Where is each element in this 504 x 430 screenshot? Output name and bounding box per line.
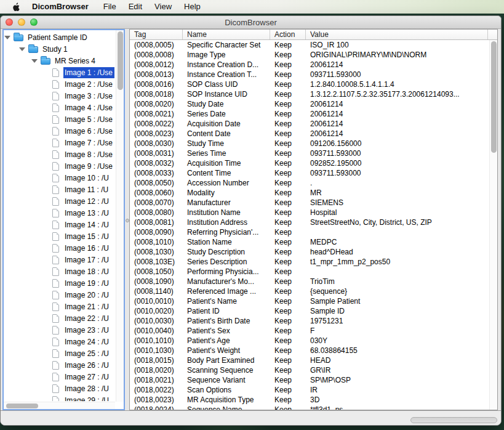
tree-item-image[interactable]: Image 7 : /Use <box>4 137 115 148</box>
table-row[interactable]: (0008,0030)Study TimeKeep091206.156000 <box>130 139 488 148</box>
tree-item-image[interactable]: Image 24 : /U <box>4 336 115 347</box>
tree-vertical-scrollbar[interactable] <box>116 30 124 402</box>
cell-value: 20061214 <box>306 119 488 129</box>
table-row[interactable]: (0008,0013)Instance Creation T...Keep093… <box>130 70 488 79</box>
window-titlebar[interactable]: DicomBrowser <box>1 16 501 29</box>
table-row[interactable]: (0010,0020)Patient IDKeepSample ID <box>130 306 488 316</box>
tree-item-image[interactable]: Image 28 : /U <box>4 383 115 394</box>
table-row[interactable]: (0008,0080)Institution NameKeepHospital <box>130 208 488 217</box>
menu-edit[interactable]: Edit <box>122 0 148 14</box>
tree-item-image[interactable]: Image 23 : /U <box>4 324 115 336</box>
cell-value: 093711.593000 <box>306 148 488 158</box>
tree-item-image[interactable]: Image 25 : /U <box>4 347 115 359</box>
tree-item-image[interactable]: Image 8 : /Use <box>4 148 115 160</box>
app-menu-dicombrowser[interactable]: DicomBrowser <box>26 0 97 14</box>
tree-horizontal-scrollbar-thumb[interactable] <box>6 404 38 408</box>
disclosure-triangle-icon[interactable] <box>19 47 25 51</box>
table-vertical-scrollbar[interactable] <box>489 40 497 410</box>
table-row[interactable]: (0008,0016)SOP Class UIDKeep1.2.840.1000… <box>130 79 488 89</box>
tree-item-image[interactable]: Image 18 : /U <box>4 266 115 277</box>
tree-item-image[interactable]: Image 1 : /Use <box>4 67 115 78</box>
table-row[interactable]: (0010,1010)Patient's AgeKeep030Y <box>130 336 488 346</box>
table-row[interactable]: (0008,1030)Study DescriptionKeephead^DHe… <box>130 247 488 257</box>
table-row[interactable]: (0008,0031)Series TimeKeep093711.593000 <box>130 148 488 158</box>
cell-tag: (0010,0010) <box>130 296 183 306</box>
table-row[interactable]: (0008,0008)Image TypeKeepORIGINAL\PRIMAR… <box>130 50 488 60</box>
tree-item-image[interactable]: Image 21 : /U <box>4 301 115 312</box>
split-pane-divider[interactable] <box>125 29 129 410</box>
table-row[interactable]: (0018,0022)Scan OptionsKeepIR <box>130 385 488 395</box>
table-row[interactable]: (0018,0020)Scanning SequenceKeepGR\IR <box>130 365 488 375</box>
table-row[interactable]: (0018,0023)MR Acquisition TypeKeep3D <box>130 395 488 405</box>
tree-item-image[interactable]: Image 27 : /U <box>4 371 115 383</box>
tree-item-image[interactable]: Image 14 : /U <box>4 219 115 230</box>
tree-item-image[interactable]: Image 6 : /Use <box>4 125 115 137</box>
table-row[interactable]: (0008,0018)SOP Instance UIDKeep1.3.12.2.… <box>130 89 488 99</box>
disclosure-triangle-icon[interactable] <box>4 36 10 39</box>
table-row[interactable]: (0010,1030)Patient's WeightKeep68.038864… <box>130 346 488 355</box>
tree-item-image[interactable]: Image 17 : /U <box>4 254 115 266</box>
tree-item-image[interactable]: Image 2 : /Use <box>4 78 115 90</box>
tree-item-image[interactable]: Image 4 : /Use <box>4 102 115 113</box>
table-row[interactable]: (0008,0005)Specific Character SetKeepISO… <box>130 40 488 50</box>
table-row[interactable]: (0008,0021)Series DateKeep20061214 <box>130 109 488 119</box>
table-row[interactable]: (0008,0070)ManufacturerKeepSIEMENS <box>130 198 488 208</box>
table-row[interactable]: (0008,1140)Referenced Image ...Keep{sequ… <box>130 286 488 296</box>
table-vertical-scrollbar-thumb[interactable] <box>491 41 497 153</box>
table-row[interactable]: (0018,0021)Sequence VariantKeepSP\MP\OSP <box>130 375 488 385</box>
tree-item-image[interactable]: Image 19 : /U <box>4 277 115 289</box>
tree-item-image[interactable]: Image 20 : /U <box>4 289 115 301</box>
tree-item-image[interactable]: Image 26 : /U <box>4 359 115 371</box>
tree-item-image[interactable]: Image 9 : /Use <box>4 160 115 172</box>
table-row[interactable]: (0010,0040)Patient's SexKeepF <box>130 326 488 336</box>
column-header-name[interactable]: Name <box>183 30 270 39</box>
table-row[interactable]: (0008,1050)Performing Physicia...Keep <box>130 267 488 277</box>
menu-file[interactable]: File <box>97 0 122 14</box>
table-row[interactable]: (0008,1010)Station NameKeepMEDPC <box>130 237 488 247</box>
disclosure-triangle-icon[interactable] <box>31 59 38 63</box>
table-row[interactable]: (0008,0060)ModalityKeepMR <box>130 188 488 198</box>
table-row[interactable]: (0008,0033)Content TimeKeep093711.593000 <box>130 168 488 178</box>
table-row[interactable]: (0008,0022)Acquisition DateKeep20061214 <box>130 119 488 129</box>
table-row[interactable]: (0008,103E)Series DescriptionKeept1_mpr_… <box>130 257 488 267</box>
tree-item-image[interactable]: Image 29 : /U <box>4 394 115 401</box>
tree-item-image[interactable]: Image 16 : /U <box>4 242 115 254</box>
table-row[interactable]: (0018,0024)Sequence NameKeep*tfl3d1_ns <box>130 405 488 410</box>
tree-item-study[interactable]: Study 1 <box>4 43 115 55</box>
tree-item-series[interactable]: MR Series 4 <box>4 55 115 67</box>
tree-item-image[interactable]: Image 13 : /U <box>4 207 115 219</box>
table-row[interactable]: (0008,0090)Referring Physician'...Keep <box>130 227 488 237</box>
table-row[interactable]: (0008,0020)Study DateKeep20061214 <box>130 99 488 109</box>
table-row[interactable]: (0008,0032)Acquisition TimeKeep092852.19… <box>130 158 488 168</box>
table-row[interactable]: (0008,0081)Institution AddressKeepStreet… <box>130 217 488 227</box>
apple-menu[interactable] <box>7 0 26 14</box>
menu-view[interactable]: View <box>148 0 178 14</box>
tree-item-image[interactable]: Image 11 : /U <box>4 184 115 195</box>
cell-tag: (0008,0013) <box>130 70 183 79</box>
tree-horizontal-scrollbar[interactable] <box>4 402 115 409</box>
tree-item-image[interactable]: Image 12 : /U <box>4 195 115 207</box>
tree-item-image[interactable]: Image 10 : /U <box>4 172 115 184</box>
table-row[interactable]: (0008,0012)Instance Creation D...Keep200… <box>130 60 488 70</box>
table-row[interactable]: (0010,0010)Patient's NameKeepSample Pati… <box>130 296 488 306</box>
column-header-action[interactable]: Action <box>270 30 306 39</box>
table-row[interactable]: (0008,0050)Accession NumberKeep. <box>130 178 488 188</box>
tree-item-patient[interactable]: Patient Sample ID <box>4 31 115 43</box>
table-row[interactable]: (0008,1090)Manufacturer's Mo...KeepTrioT… <box>130 277 488 286</box>
menu-help[interactable]: Help <box>178 0 207 14</box>
tree-item-image[interactable]: Image 5 : /Use <box>4 113 115 125</box>
file-tree-panel: Patient Sample IDStudy 1MR Series 4Image… <box>2 29 125 410</box>
cell-value: 20061214 <box>306 109 488 119</box>
tree-item-image[interactable]: Image 22 : /U <box>4 312 115 324</box>
table-row[interactable]: (0018,0015)Body Part ExaminedKeepHEAD <box>130 355 488 365</box>
close-button[interactable] <box>6 18 13 26</box>
table-row[interactable]: (0008,0023)Content DateKeep20061214 <box>130 129 488 139</box>
tree-item-image[interactable]: Image 3 : /Use <box>4 90 115 102</box>
tree-item-image[interactable]: Image 15 : /U <box>4 230 115 242</box>
column-header-tag[interactable]: Tag <box>130 30 183 39</box>
table-row[interactable]: (0010,0030)Patient's Birth DateKeep19751… <box>130 316 488 326</box>
minimize-button[interactable] <box>18 18 25 26</box>
column-header-value[interactable]: Value <box>306 30 488 39</box>
zoom-button[interactable] <box>30 18 38 26</box>
tree-vertical-scrollbar-thumb[interactable] <box>118 31 123 90</box>
